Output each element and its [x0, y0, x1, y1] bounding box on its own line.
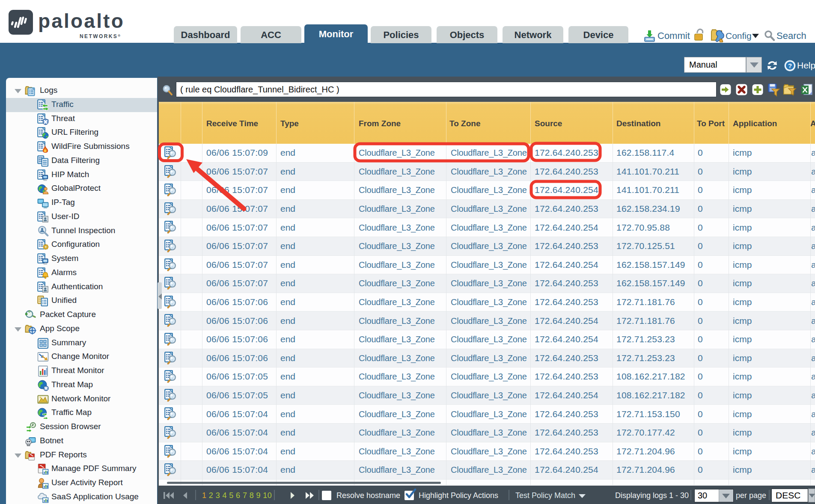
svg-text:?: ? — [788, 62, 792, 69]
